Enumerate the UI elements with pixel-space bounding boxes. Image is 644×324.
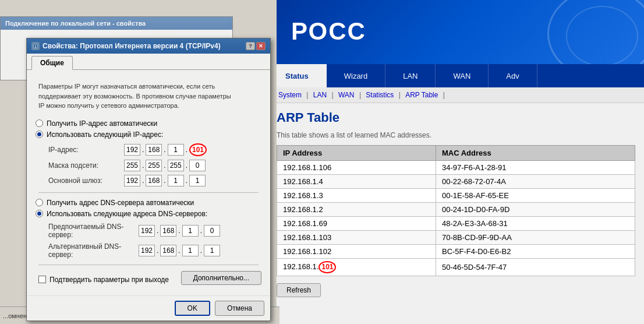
router-decoration <box>528 0 644 64</box>
ip-cell: 192.168.1.102 <box>277 245 436 259</box>
subnet-octet-3[interactable]: 255 <box>168 160 184 171</box>
checkbox-row: Подтвердить параметры при выходе <box>38 276 169 284</box>
bottom-row: Подтвердить параметры при выходе Дополни… <box>36 271 261 288</box>
preferred-dns-row: Предпочитаемый DNS-сервер: 192 . 168 . 1… <box>48 223 261 239</box>
radio-auto-dns[interactable]: Получить адрес DNS-сервера автоматически <box>36 199 261 207</box>
radio-manual-ip-btn[interactable] <box>36 131 43 138</box>
tcp-tab-area: Общие <box>27 54 270 70</box>
alt-dns-octet-3[interactable]: 1 <box>182 245 199 256</box>
radio-auto-dns-btn[interactable] <box>36 199 43 206</box>
gateway-octet-4[interactable]: 1 <box>189 175 206 186</box>
dialog-buttons: OK Отмена <box>27 295 270 321</box>
radio-manual-ip[interactable]: Использовать следующий IP-адрес: <box>36 131 261 139</box>
preferred-dns-octet-4[interactable]: 0 <box>204 225 220 237</box>
breadcrumb-statistics[interactable]: Statistics <box>366 91 394 99</box>
alt-dns-label: Альтернативный DNS-сервер: <box>48 242 139 259</box>
subnet-mask-label: Маска подсети: <box>48 161 124 170</box>
table-row: 192.168.1.10634-97-F6-A1-28-91 <box>277 161 635 175</box>
confirm-checkbox[interactable] <box>38 276 46 283</box>
mac-cell: 70-8B-CD-9F-9D-AA <box>436 231 635 245</box>
subnet-octet-4[interactable]: 0 <box>189 160 206 171</box>
breadcrumb-lan[interactable]: LAN <box>313 91 327 99</box>
alt-dns-octet-2[interactable]: 168 <box>160 245 176 256</box>
router-content: System | LAN | WAN | Statistics | ARP Ta… <box>268 87 644 324</box>
close-button[interactable]: ✕ <box>256 42 266 50</box>
radio-group-ip: Получить IP-адрес автоматически Использо… <box>36 119 261 139</box>
radio-manual-dns-btn[interactable] <box>36 210 43 217</box>
ip-octet-4[interactable]: 101 <box>189 143 207 156</box>
ip-cell: 192.168.1.101 <box>277 259 436 276</box>
divider <box>38 192 259 193</box>
arp-table: IP Address MAC Address 192.168.1.10634-9… <box>277 145 635 276</box>
advanced-button[interactable]: Дополнительно... <box>181 271 261 285</box>
ip-cell: 192.168.1.4 <box>277 175 436 189</box>
win-tcp-properties: i Свойства: Протокол Интернета версии 4 … <box>26 38 271 321</box>
radio-auto-dns-label: Получить адрес DNS-сервера автоматически <box>47 199 194 207</box>
radio-auto-ip[interactable]: Получить IP-адрес автоматически <box>36 119 261 128</box>
ip-cell: 192.168.1.3 <box>277 189 436 203</box>
breadcrumb-system[interactable]: System <box>278 91 302 99</box>
preferred-dns-octet-2[interactable]: 168 <box>160 225 176 237</box>
arp-table-wrapper: IP Address MAC Address 192.168.1.10634-9… <box>268 145 644 276</box>
breadcrumb-arp-table[interactable]: ARP Table <box>405 91 438 99</box>
tcp-description: Параметры IP могут назначаться автоматич… <box>36 77 261 114</box>
tcp-content: Параметры IP могут назначаться автоматич… <box>27 70 270 295</box>
col-header-ip: IP Address <box>277 146 436 161</box>
tab-adv[interactable]: Adv <box>489 64 537 87</box>
radio-auto-ip-label: Получить IP-адрес автоматически <box>47 119 157 128</box>
alt-dns-value: 192 . 168 . 1 . 1 <box>139 245 220 256</box>
subnet-octet-2[interactable]: 255 <box>146 160 162 171</box>
subnet-mask-value: 255 . 255 . 255 . 0 <box>124 160 206 171</box>
ip-octet-2[interactable]: 168 <box>146 144 162 156</box>
mac-cell: 50-46-5D-54-7F-47 <box>436 259 635 276</box>
preferred-dns-value: 192 . 168 . 1 . 0 <box>139 225 220 237</box>
mac-cell: 00-22-68-72-07-4A <box>436 175 635 189</box>
radio-auto-ip-btn[interactable] <box>36 119 43 127</box>
ok-button[interactable]: OK <box>175 301 210 316</box>
mac-cell: 00-1E-58-AF-65-EE <box>436 189 635 203</box>
page-description: This table shows a list of learned MAC a… <box>268 128 644 145</box>
gateway-label: Основной шлюз: <box>48 177 124 185</box>
radio-manual-dns[interactable]: Использовать следующие адреса DNS-сервер… <box>36 210 261 218</box>
gateway-octet-2[interactable]: 168 <box>146 175 162 186</box>
alt-dns-octet-4[interactable]: 1 <box>204 245 220 256</box>
ip-cell: 192.168.1.103 <box>277 231 436 245</box>
table-row: 192.168.1.200-24-1D-D0-FA-9D <box>277 203 635 217</box>
tab-general[interactable]: Общие <box>31 56 73 70</box>
col-header-mac: MAC Address <box>436 146 635 161</box>
gateway-octet-3[interactable]: 1 <box>168 175 184 186</box>
preferred-dns-label: Предпочитаемый DNS-сервер: <box>48 223 139 239</box>
mac-cell: 34-97-F6-A1-28-91 <box>436 161 635 175</box>
preferred-dns-octet-1[interactable]: 192 <box>139 225 155 237</box>
page-title: ARP Table <box>268 103 644 128</box>
tab-lan[interactable]: LAN <box>385 64 436 87</box>
mac-cell: 00-24-1D-D0-FA-9D <box>436 203 635 217</box>
cancel-button[interactable]: Отмена <box>215 301 264 316</box>
svg-text:i: i <box>35 44 36 48</box>
refresh-button[interactable]: Refresh <box>277 283 321 297</box>
ip-address-value: 192 . 168 . 1 . 101 <box>124 143 207 156</box>
subnet-octet-1[interactable]: 255 <box>124 160 140 171</box>
table-row: 192.168.1.10370-8B-CD-9F-9D-AA <box>277 231 635 245</box>
help-button[interactable]: ? <box>246 42 255 50</box>
preferred-dns-octet-3[interactable]: 1 <box>182 225 199 237</box>
gateway-octet-1[interactable]: 192 <box>124 175 140 186</box>
ip-cell: 192.168.1.69 <box>277 217 436 231</box>
alt-dns-octet-1[interactable]: 192 <box>139 245 155 256</box>
table-row: 192.168.1.6948-2A-E3-3A-68-31 <box>277 217 635 231</box>
ip-address-row: IP-адрес: 192 . 168 . 1 . 101 <box>48 143 261 156</box>
tab-wizard[interactable]: Wizard <box>327 64 385 87</box>
win-behind-titlebar: Подключение по локальной сети - свойства <box>1 17 232 30</box>
tab-status[interactable]: Status <box>268 64 327 87</box>
tab-wan[interactable]: WAN <box>436 64 489 87</box>
ip-octet-3[interactable]: 1 <box>168 144 184 156</box>
radio-group-dns: Получить адрес DNS-сервера автоматически… <box>36 199 261 218</box>
windows-background: Подключение по локальной сети - свойства… <box>0 0 277 324</box>
mac-cell: BC-5F-F4-D0-E6-B2 <box>436 245 635 259</box>
breadcrumb-wan[interactable]: WAN <box>338 91 355 99</box>
table-row: 192.168.1.102BC-5F-F4-D0-E6-B2 <box>277 245 635 259</box>
table-row: 192.168.1.300-1E-58-AF-65-EE <box>277 189 635 203</box>
ip-octet-1[interactable]: 192 <box>124 144 140 156</box>
checkbox-label: Подтвердить параметры при выходе <box>49 276 169 284</box>
tcp-titlebar-icon: i <box>31 42 40 50</box>
